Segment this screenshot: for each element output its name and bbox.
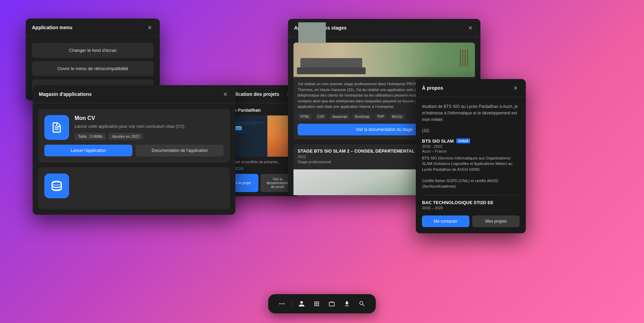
tag-php: PHP (375, 114, 387, 120)
apps-icon (313, 300, 320, 307)
taskbar-more-btn[interactable] (275, 297, 289, 311)
edu-years-bts: 2020 - 2022 (422, 144, 520, 148)
tag-bootstrap: Bootstrap (352, 114, 373, 120)
db-icon-svg (51, 180, 63, 192)
search-icon (359, 300, 366, 307)
edu-section-bts: BTS SIO SLAM Actuel 2020 - 2022 Auch – F… (422, 138, 520, 189)
download-icon (344, 300, 351, 307)
app-name-cv: Mon CV (75, 115, 224, 121)
edu-title-bac: BAC TECHNOLOGIQUE STI2D EE (422, 200, 520, 205)
tag-css: CSS (314, 114, 327, 120)
profile-close[interactable]: ✕ (511, 84, 520, 92)
app-card-db-top (44, 174, 224, 198)
app-menu-title: Application menu (32, 25, 72, 30)
edu-years-bac: 2018 – 2020 (422, 206, 520, 210)
magasin-body: Mon CV Lancer cette application pour voi… (33, 103, 235, 215)
tag-mysql: MySQL (389, 114, 406, 120)
edu-location-bts: Auch – France (422, 149, 520, 153)
app-card-cv-actions: Lancer l'application Documentation de l'… (44, 145, 224, 156)
stages-close[interactable]: ✕ (466, 24, 474, 32)
person-icon (298, 300, 305, 307)
cv-icon-svg (51, 121, 63, 134)
profile-window: À propos ✕ étudiant de BTS SIO au Lycée … (416, 79, 526, 233)
stage1-img (293, 43, 475, 77)
badge-actuel: Actuel (456, 138, 470, 143)
more-icon (279, 300, 286, 307)
taskbar-briefcase-btn[interactable] (325, 297, 339, 311)
app-card-cv-top: Mon CV Lancer cette application pour voi… (44, 115, 224, 140)
retro-menu-btn[interactable]: Ouvrir le menu de rétrocompatibilité (32, 61, 154, 76)
svg-point-2 (284, 303, 285, 304)
tag-html: HTML (298, 114, 312, 120)
profile-age: (32) (422, 128, 520, 133)
app-desc-cv: Lancer cette application pour voir mon c… (75, 123, 224, 130)
contact-btn[interactable]: Me contacter (422, 215, 469, 227)
profile-title: À propos (422, 85, 443, 91)
taskbar-person-btn[interactable] (295, 297, 309, 311)
launch-cv-btn[interactable]: Lancer l'application (44, 145, 132, 156)
taskbar (268, 294, 376, 313)
app-menu-close[interactable]: ✕ (145, 23, 154, 32)
app-card-db (38, 167, 230, 209)
app-card-cv: Mon CV Lancer cette application pour voi… (38, 109, 230, 163)
profile-actions: Me contacter Mes projets (422, 215, 520, 227)
magasin-close[interactable]: ✕ (221, 90, 229, 98)
app-year-cv: Ajoutée en 2022 (109, 133, 143, 140)
mes-projets-btn[interactable]: Mes projets (472, 215, 520, 227)
taskbar-search-btn[interactable] (355, 297, 369, 311)
profile-body: étudiant de BTS SIO au Lycée Pardailhan … (416, 97, 526, 233)
taskbar-apps-btn[interactable] (310, 297, 324, 311)
magasin-window: Magasin d'applications ✕ Mon CV Lancer c… (33, 85, 235, 215)
db-icon (44, 174, 69, 198)
magasin-title: Magasin d'applications (39, 91, 91, 97)
profile-desc: étudiant de BTS SIO au Lycée Pardailhan … (422, 103, 520, 123)
edu-desc-bts: BTS SIO (Services Informatiques aux Orga… (422, 155, 520, 189)
change-wallpaper-btn[interactable]: Changer le fond d'écran (32, 43, 154, 58)
cv-icon (44, 115, 69, 140)
tag-js: Javascript (329, 114, 350, 120)
app-meta-cv: Taille : 3.06Mb Ajoutée en 2022 (75, 133, 224, 140)
doc-cv-btn[interactable]: Documentation de l'application (136, 145, 224, 156)
app-size-cv: Taille : 3.06Mb (75, 133, 106, 140)
edu-section-bac: BAC TECHNOLOGIQUE STI2D EE 2018 – 2020 (422, 200, 520, 210)
app-info-cv: Mon CV Lancer cette application pour voi… (75, 115, 224, 140)
magasin-header: Magasin d'applications ✕ (33, 85, 235, 103)
svg-point-1 (281, 303, 282, 304)
divider (422, 195, 520, 195)
svg-point-0 (279, 303, 280, 304)
taskbar-divider (292, 300, 292, 308)
edu-title-bts: BTS SIO SLAM Actuel (422, 138, 520, 144)
taskbar-download-btn[interactable] (340, 297, 354, 311)
app-menu-header: Application menu ✕ (26, 19, 160, 37)
briefcase-icon (329, 300, 335, 307)
profile-header: À propos ✕ (416, 79, 526, 97)
